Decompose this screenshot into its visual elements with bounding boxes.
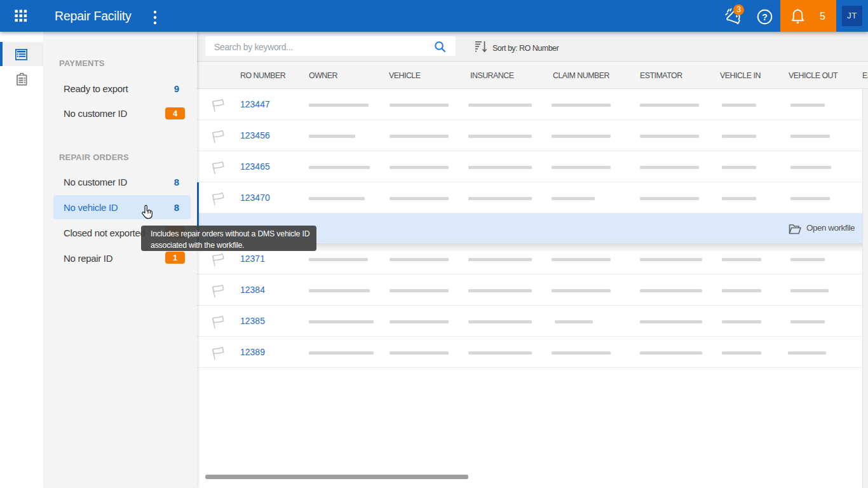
svg-text:?: ? — [762, 12, 768, 22]
